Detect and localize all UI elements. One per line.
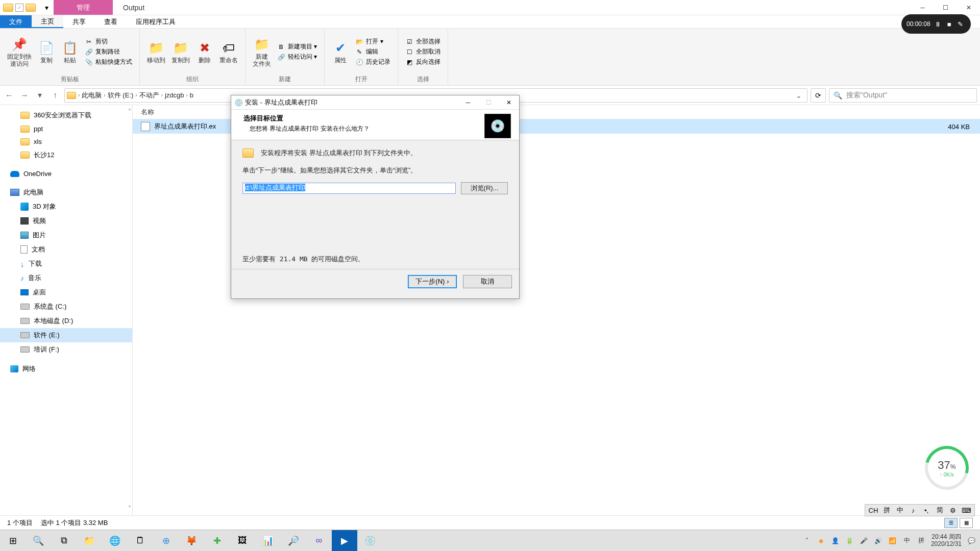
taskview-button[interactable]: ⧉	[51, 530, 77, 551]
forward-button[interactable]: →	[18, 89, 31, 102]
sidebar-item[interactable]: OneDrive	[0, 167, 132, 180]
sidebar-item[interactable]: 网络	[0, 362, 132, 376]
selectall-button[interactable]: ☑全部选择	[405, 37, 440, 46]
rename-button[interactable]: 🏷重命名	[216, 39, 241, 65]
sidebar-item[interactable]: 文档	[0, 242, 132, 257]
copypath-button[interactable]: 🔗复制路径	[85, 47, 132, 56]
pin-button[interactable]: 📌固定到快 速访问	[4, 35, 35, 69]
easyaccess-button[interactable]: 🔗轻松访问 ▾	[277, 53, 317, 61]
ime-item[interactable]: ♪	[908, 507, 918, 514]
sidebar-item[interactable]: 视频	[0, 214, 132, 228]
breadcrumb-seg[interactable]: jzdcgb	[165, 91, 184, 99]
tray-volume-icon[interactable]: 🔊	[874, 536, 883, 545]
recorder-pause-button[interactable]: ⏸	[935, 20, 942, 28]
tray-clock[interactable]: 20:44 周四2020/12/31	[931, 534, 962, 547]
screen-recorder-widget[interactable]: 00:00:08 ⏸ ■ ✎	[901, 14, 971, 34]
breadcrumb-seg[interactable]: 不动产	[139, 91, 159, 100]
selectnone-button[interactable]: ☐全部取消	[405, 47, 440, 56]
app-taskbar-icon[interactable]: 📊	[255, 530, 281, 551]
ime-item[interactable]: 简	[935, 506, 945, 515]
tab-home[interactable]: 主页	[32, 15, 63, 28]
ime-item[interactable]: •,	[921, 507, 932, 514]
newfolder-button[interactable]: 📁新建 文件夹	[250, 35, 274, 69]
newitem-button[interactable]: 🗎新建项目 ▾	[277, 42, 317, 51]
tray-ime-ch[interactable]: 中	[902, 536, 912, 545]
browser360-taskbar-icon[interactable]: ⊕	[153, 530, 179, 551]
sidebar-item[interactable]: ppt	[0, 122, 132, 135]
paste-button[interactable]: 📋粘贴	[58, 39, 82, 65]
ime-item[interactable]: 中	[895, 506, 905, 515]
sidebar-item[interactable]: 培训 (F:)	[0, 342, 132, 357]
sidebar-item[interactable]: 图片	[0, 228, 132, 242]
sidebar-item[interactable]: 系统盘 (C:)	[0, 299, 132, 314]
sidebar-item[interactable]: 360安全浏览器下载	[0, 108, 132, 122]
next-button[interactable]: 下一步(N)›	[408, 275, 457, 288]
tab-view[interactable]: 查看	[95, 15, 127, 28]
chevron-right-icon[interactable]: ›	[78, 92, 80, 98]
tray-ime-pinyin[interactable]: 拼	[917, 536, 926, 545]
copy-button[interactable]: 📄复制	[35, 39, 58, 65]
installer-taskbar-icon[interactable]: 💿	[357, 530, 383, 551]
breadcrumb-seg[interactable]: 软件 (E:)	[108, 91, 134, 100]
tray-battery-icon[interactable]: 🔋	[845, 536, 854, 545]
properties-button[interactable]: ✔属性	[329, 39, 352, 65]
address-dropdown[interactable]: ⌄	[793, 91, 805, 99]
ime-item[interactable]: ⌨	[961, 507, 971, 514]
tray-chevron-up-icon[interactable]: ˄	[802, 536, 812, 545]
minimize-button[interactable]: ─	[911, 0, 934, 15]
sidebar-item[interactable]: 本地磁盘 (D:)	[0, 314, 132, 328]
edge-taskbar-icon[interactable]: 🌐	[102, 530, 128, 551]
search-button[interactable]: 🔍	[26, 530, 51, 551]
browse-button[interactable]: 浏览(R)...	[461, 182, 508, 194]
tray-security-icon[interactable]: ◆	[817, 536, 826, 545]
sidebar-item[interactable]: 此电脑	[0, 185, 132, 199]
close-button[interactable]: ✕	[957, 0, 980, 15]
pasteshortcut-button[interactable]: 📎粘贴快捷方式	[85, 58, 132, 66]
sidebar-item[interactable]: ↓下载	[0, 257, 132, 271]
invertsel-button[interactable]: ◩反向选择	[405, 58, 440, 66]
explorer-taskbar-icon[interactable]: 📁	[77, 530, 102, 551]
cancel-button[interactable]: 取消	[463, 275, 512, 288]
recorder-stop-button[interactable]: ■	[946, 20, 953, 28]
history-button[interactable]: 🕘历史记录	[355, 58, 390, 66]
maximize-button[interactable]: ☐	[934, 0, 957, 15]
tray-mic-icon[interactable]: 🎤	[860, 536, 869, 545]
recorder-edit-button[interactable]: ✎	[957, 20, 964, 28]
qa-dropdown[interactable]: ▾	[40, 0, 54, 15]
delete-button[interactable]: ✖删除	[193, 39, 216, 65]
ime-item[interactable]: CH	[868, 507, 878, 514]
tab-file[interactable]: 文件	[0, 15, 32, 28]
recorder-taskbar-icon[interactable]: ▶	[332, 530, 357, 551]
firefox-taskbar-icon[interactable]: 🦊	[179, 530, 204, 551]
ime-item[interactable]: ⚙	[948, 507, 958, 514]
tab-share[interactable]: 共享	[63, 15, 95, 28]
notepad-taskbar-icon[interactable]: 🗒	[128, 530, 153, 551]
start-button[interactable]: ⊞	[0, 530, 26, 551]
copyto-button[interactable]: 📁复制到	[168, 39, 193, 65]
tray-user-icon[interactable]: 👤	[831, 536, 840, 545]
sidebar-item[interactable]: xls	[0, 135, 132, 148]
thumb-view-button[interactable]: ▦	[960, 518, 973, 528]
moveto-button[interactable]: 📁移动到	[144, 39, 168, 65]
search-input[interactable]: 🔍 搜索"Output"	[829, 88, 977, 103]
scroll-up-icon[interactable]: ˄	[128, 108, 131, 115]
action-center-icon[interactable]: 💬	[967, 536, 976, 545]
open-button[interactable]: 📂打开 ▾	[355, 37, 390, 46]
app-taskbar-icon[interactable]: 🖼	[230, 530, 255, 551]
column-name[interactable]: 名称	[133, 108, 162, 117]
dialog-close-button[interactable]: ✕	[499, 95, 519, 110]
sidebar-item[interactable]: 软件 (E:)	[0, 328, 132, 342]
tab-apptools[interactable]: 应用程序工具	[127, 15, 185, 28]
details-view-button[interactable]: ☰	[944, 518, 958, 528]
scroll-down-icon[interactable]: ˅	[128, 505, 131, 512]
qa-checkbox-icon[interactable]: ✓	[15, 4, 23, 12]
magnifier-taskbar-icon[interactable]: 🔎	[281, 530, 306, 551]
sidebar-item[interactable]: 3D 对象	[0, 199, 132, 214]
refresh-button[interactable]: ⟳	[811, 88, 826, 103]
cut-button[interactable]: ✂剪切	[85, 37, 132, 46]
sidebar-item[interactable]: ♪音乐	[0, 271, 132, 285]
recent-dropdown[interactable]: ▾	[34, 89, 46, 102]
contextual-tab-manage[interactable]: 管理	[54, 0, 113, 15]
sidebar-item[interactable]: 桌面	[0, 285, 132, 299]
dialog-minimize-button[interactable]: ─	[458, 95, 478, 110]
